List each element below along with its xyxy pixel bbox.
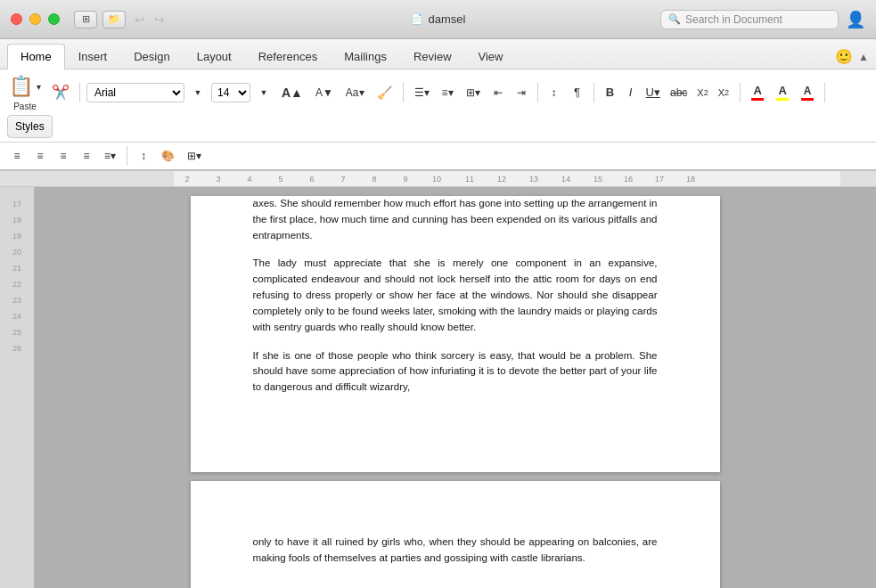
search-placeholder: Search in Document <box>685 13 782 26</box>
history-controls: ↩ ↪ <box>131 11 168 29</box>
quick-access-icon[interactable]: ⊞ <box>74 11 97 29</box>
collapse-ribbon-button[interactable]: ▲ <box>858 51 869 63</box>
align-group-button[interactable]: ≡▾ <box>100 146 120 166</box>
main-area: 17 18 19 20 21 22 23 24 25 26 axes. She … <box>0 187 876 588</box>
underline-button[interactable]: U▾ <box>642 83 665 102</box>
font-size-dropdown[interactable]: ▼ <box>254 83 274 102</box>
align-center-button[interactable]: ≡ <box>30 146 50 166</box>
page-1-content[interactable]: axes. She should remember how much effor… <box>253 196 658 396</box>
line-number: 25 <box>0 324 34 340</box>
document-icon: 📄 <box>411 13 423 25</box>
line-number: 18 <box>0 212 34 228</box>
ruler-mark: 15 <box>594 175 602 184</box>
tab-insert[interactable]: Insert <box>65 44 121 69</box>
traffic-lights <box>11 13 60 25</box>
tab-view[interactable]: View <box>465 44 517 69</box>
paragraph-4: only to have it all ruined by girls who,… <box>253 535 658 567</box>
line-number: 24 <box>0 308 34 324</box>
title-text: damsel <box>429 12 466 26</box>
ruler-mark: 14 <box>561 175 570 184</box>
sort-button[interactable]: ↕ <box>544 83 564 102</box>
strikethrough-button[interactable]: abc <box>666 83 692 102</box>
paste-dropdown-arrow[interactable]: ▾ <box>37 82 41 92</box>
tab-references[interactable]: References <box>245 44 331 69</box>
ruler-mark: 16 <box>624 175 633 184</box>
ruler-mark: 9 <box>403 175 407 184</box>
undo-button[interactable]: ↩ <box>131 11 149 29</box>
superscript-button[interactable]: X2 <box>714 83 733 102</box>
tab-review[interactable]: Review <box>400 44 465 69</box>
ruler: 2 3 4 5 6 7 8 9 10 11 12 13 14 15 16 17 … <box>0 171 876 187</box>
decrease-font-button[interactable]: A▼ <box>311 83 338 102</box>
align-right-button[interactable]: ≡ <box>53 146 73 166</box>
tab-layout[interactable]: Layout <box>184 44 245 69</box>
decrease-indent-button[interactable]: ⇤ <box>488 83 508 102</box>
ruler-mark: 3 <box>216 175 220 184</box>
line-number: 21 <box>0 260 34 276</box>
tab-mailings[interactable]: Mailings <box>331 44 400 69</box>
increase-indent-button[interactable]: ⇥ <box>512 83 531 102</box>
format-group: B I U▾ abc X2 X2 <box>601 83 734 102</box>
font-name-dropdown[interactable]: ▼ <box>188 83 208 102</box>
highlight-color-button[interactable]: A <box>772 83 793 102</box>
italic-button[interactable]: I <box>621 83 641 102</box>
ruler-mark: 18 <box>686 175 695 184</box>
align-left-button[interactable]: ≡ <box>7 146 27 166</box>
tab-design[interactable]: Design <box>120 44 183 69</box>
clear-format-button[interactable]: 🧹 <box>373 83 397 102</box>
paragraph-1: axes. She should remember how much effor… <box>253 196 658 243</box>
format-painter[interactable]: ✂️ <box>52 84 70 101</box>
ruler-left-margin <box>0 171 174 186</box>
ruler-mark: 10 <box>432 175 441 184</box>
ruler-mark: 17 <box>655 175 664 184</box>
ruler-mark: 2 <box>184 175 189 184</box>
increase-font-button[interactable]: A▲ <box>277 83 307 102</box>
ruler-mark: 5 <box>278 175 282 184</box>
paragraph-2: The lady must appreciate that she is mer… <box>253 256 658 335</box>
show-marks-button[interactable]: ¶ <box>568 83 587 102</box>
styles-button[interactable]: Styles <box>7 115 53 138</box>
multilevel-list-button[interactable]: ⊞▾ <box>462 83 485 102</box>
styles-label: Styles <box>15 120 45 133</box>
page-1[interactable]: axes. She should remember how much effor… <box>191 196 720 472</box>
strikethrough-icon: abc <box>670 86 687 99</box>
tab-home[interactable]: Home <box>7 44 65 69</box>
sep6 <box>824 83 825 102</box>
user-button[interactable]: 👤 <box>846 10 865 29</box>
bullet-list-button[interactable]: ☰▾ <box>410 83 434 102</box>
font-size-select[interactable]: 14 <box>211 83 250 102</box>
font-color2-icon: A <box>801 85 814 101</box>
page-2-content[interactable]: only to have it all ruined by girls who,… <box>253 535 658 567</box>
pages-area[interactable]: axes. She should remember how much effor… <box>34 187 876 588</box>
font-color-button[interactable]: A <box>747 83 768 102</box>
search-box[interactable]: 🔍 Search in Document <box>660 10 839 29</box>
line-number: 23 <box>0 292 34 308</box>
minimize-button[interactable] <box>29 13 41 25</box>
font-name-select[interactable]: Arial <box>86 83 184 102</box>
ruler-mark: 4 <box>247 175 251 184</box>
page-2[interactable]: only to have it all ruined by girls who,… <box>191 481 720 588</box>
redo-button[interactable]: ↪ <box>151 11 168 29</box>
ruler-content: 2 3 4 5 6 7 8 9 10 11 12 13 14 15 16 17 … <box>174 171 840 186</box>
borders-button[interactable]: ⊞▾ <box>183 146 206 166</box>
line-spacing-button[interactable]: ↕ <box>134 146 153 166</box>
numbered-list-button[interactable]: ≡▾ <box>438 83 458 102</box>
justify-button[interactable]: ≡ <box>77 146 96 166</box>
subscript-button[interactable]: X2 <box>692 83 712 102</box>
bold-button[interactable]: B <box>601 83 620 102</box>
paste-button[interactable]: 📋 ▾ <box>7 73 43 100</box>
line-number: 22 <box>0 276 34 292</box>
titlebar: ⊞ 📁 ↩ ↪ 📄 damsel 🔍 Search in Document 👤 <box>0 0 876 39</box>
line-number: 26 <box>0 340 34 356</box>
paragraph-shading-button[interactable]: 🎨 <box>157 146 179 166</box>
folder-icon[interactable]: 📁 <box>102 11 126 29</box>
ruler-mark: 7 <box>340 175 345 184</box>
font-color-2-button[interactable]: A <box>797 83 818 102</box>
change-case-button[interactable]: Aa▾ <box>341 83 369 102</box>
maximize-button[interactable] <box>48 13 60 25</box>
emoji-button[interactable]: 🙂 <box>835 48 853 65</box>
toolbar-row2: ≡ ≡ ≡ ≡ ≡▾ ↕ 🎨 ⊞▾ <box>0 143 876 171</box>
close-button[interactable] <box>11 13 22 25</box>
line-numbers: 17 18 19 20 21 22 23 24 25 26 <box>0 187 34 588</box>
sep-align <box>127 146 127 166</box>
